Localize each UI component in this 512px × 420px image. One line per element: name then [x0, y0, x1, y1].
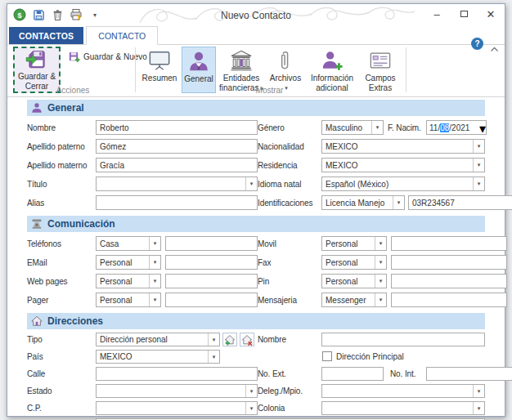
add-address-button[interactable] — [222, 333, 237, 346]
chevron-down-icon: ▾ — [375, 293, 386, 306]
field-label: Fax — [258, 255, 321, 270]
form-row: Alias Identificaciones Licencia Manejo▾ — [27, 195, 485, 210]
identificacion-tipo-combo[interactable]: Licencia Manejo▾ — [321, 195, 405, 210]
nombre-input[interactable] — [96, 120, 258, 135]
nacionalidad-combo[interactable]: MEXICO▾ — [321, 139, 485, 154]
minimize-icon[interactable]: – — [431, 8, 442, 20]
genero-combo[interactable]: Masculino▾ — [321, 120, 384, 135]
home-add-icon — [224, 334, 236, 346]
home-delete-icon — [241, 334, 253, 346]
form-row: EMail Personal▾ Fax Personal▾ — [27, 255, 485, 270]
web-pages-input[interactable] — [165, 274, 258, 288]
tab-contacto[interactable]: CONTACTO — [86, 26, 158, 45]
form-row: Web pages Personal▾ Pin Personal▾ — [27, 274, 485, 288]
fax-input[interactable] — [391, 255, 507, 270]
chevron-down-icon: ▾ — [245, 385, 257, 397]
tab-contactos[interactable]: CONTACTOS — [9, 27, 83, 44]
movil-input[interactable] — [391, 236, 507, 251]
field-label: Teléfonos — [27, 236, 96, 251]
field-label: No. Int. — [390, 367, 426, 381]
section-header-direcciones: Direcciones — [27, 313, 485, 329]
email-input[interactable] — [165, 255, 258, 270]
resumen-label: Resumen — [142, 74, 177, 83]
deleg-mpio-combo[interactable]: ▾ — [321, 384, 485, 398]
chevron-down-icon: ▾ — [393, 196, 404, 209]
field-label: Identificaciones — [258, 195, 321, 210]
chevron-down-icon: ▾ — [149, 256, 160, 269]
direccion-nombre-input[interactable] — [321, 333, 485, 346]
telefonos-tipo-combo[interactable]: Casa▾ — [96, 236, 161, 251]
section-header-general: General — [27, 100, 485, 116]
identificacion-numero-input[interactable] — [408, 195, 512, 210]
movil-tipo-combo[interactable]: Personal▾ — [321, 236, 387, 251]
web-pages-tipo-combo[interactable]: Personal▾ — [96, 274, 161, 288]
field-label: F. Nacim. — [388, 120, 426, 135]
alias-input[interactable] — [96, 195, 258, 210]
section-title: Direcciones — [47, 315, 103, 327]
close-icon[interactable]: ✕ — [485, 8, 496, 20]
field-label: Movil — [258, 236, 321, 251]
bank-icon — [230, 49, 253, 72]
pais-combo[interactable]: MEXICO▾ — [96, 350, 220, 364]
guardar-nuevo-button[interactable]: Guardar & Nuevo — [65, 49, 150, 65]
field-label: Colonia — [258, 401, 321, 415]
save-close-icon — [25, 48, 49, 70]
pin-input[interactable] — [391, 274, 507, 288]
no-ext-input[interactable] — [321, 367, 384, 381]
direccion-tipo-combo[interactable]: Dirección personal▾ — [96, 333, 220, 346]
contact-form: General Nombre Género Masculino▾ F. Naci… — [7, 97, 505, 420]
date-selected-segment: 08 — [440, 123, 449, 132]
section-header-comunicacion: Comunicación — [27, 216, 485, 232]
chevron-down-icon: ▾ — [208, 333, 219, 346]
person-icon — [187, 50, 210, 73]
form-row: Tipo Dirección personal▾ — [27, 333, 485, 346]
chevron-down-icon[interactable]: ▾ — [479, 121, 486, 134]
ribbon: Guardar & Cerrar Guardar & Nuevo Accione… — [7, 45, 505, 97]
chevron-down-icon: ▾ — [149, 237, 160, 250]
form-row: Teléfonos Casa▾ Movil Personal▾ — [27, 236, 485, 251]
mensajeria-tipo-combo[interactable]: Messenger▾ — [321, 293, 387, 307]
guardar-nuevo-label: Guardar & Nuevo — [83, 52, 147, 61]
paperclip-icon — [275, 49, 296, 72]
form-row: Apellido materno Residencia MEXICO▾ — [27, 158, 485, 172]
archivos-label: Archivos — [270, 74, 301, 83]
fecha-nacimiento-input[interactable]: 11/08/2021 ▾ — [426, 120, 487, 135]
field-label: Pager — [27, 293, 96, 307]
direccion-principal-checkbox[interactable] — [322, 351, 332, 361]
field-label — [258, 350, 321, 364]
collapse-ribbon-icon[interactable] — [490, 41, 499, 56]
titulo-combo[interactable]: ▾ — [96, 176, 258, 191]
telefonos-input[interactable] — [165, 236, 258, 251]
chevron-down-icon: ▾ — [473, 385, 484, 397]
apellido-materno-input[interactable] — [96, 158, 258, 172]
apellido-paterno-input[interactable] — [96, 139, 258, 154]
maximize-icon[interactable] — [458, 8, 469, 20]
field-label: Deleg./Mpio. — [258, 384, 321, 398]
pager-tipo-combo[interactable]: Personal▾ — [96, 293, 161, 307]
section-title: Comunicación — [47, 218, 115, 230]
fax-tipo-combo[interactable]: Personal▾ — [321, 255, 387, 270]
form-row: Estado ▾ Deleg./Mpio. ▾ — [27, 384, 485, 398]
residencia-combo[interactable]: MEXICO▾ — [321, 158, 485, 172]
colonia-combo[interactable]: ▾ — [321, 401, 485, 415]
mensajeria-input[interactable] — [391, 293, 507, 307]
form-row: Título ▾ Idioma natal Español (México)▾ — [27, 176, 485, 191]
calle-input[interactable] — [96, 367, 258, 381]
field-label: Web pages — [27, 274, 96, 288]
no-int-input[interactable] — [426, 367, 512, 381]
pager-input[interactable] — [165, 293, 258, 307]
idioma-natal-combo[interactable]: Español (México)▾ — [321, 176, 485, 191]
field-label: Nombre — [258, 333, 321, 346]
chevron-down-icon: ▾ — [375, 256, 386, 269]
group-label-acciones: Acciones — [13, 86, 132, 95]
estado-combo[interactable]: ▾ — [96, 384, 258, 398]
form-row: Apellido paterno Nacionalidad MEXICO▾ — [27, 139, 485, 154]
cp-combo[interactable]: ▾ — [96, 401, 258, 415]
delete-address-button[interactable] — [240, 333, 254, 346]
help-icon[interactable]: ? — [471, 38, 483, 50]
chevron-down-icon: ▾ — [245, 177, 257, 190]
direccion-principal-label: Dirección Principal — [336, 350, 404, 364]
field-label: Nacionalidad — [258, 139, 321, 154]
pin-tipo-combo[interactable]: Personal▾ — [321, 274, 387, 288]
email-tipo-combo[interactable]: Personal▾ — [96, 255, 161, 270]
